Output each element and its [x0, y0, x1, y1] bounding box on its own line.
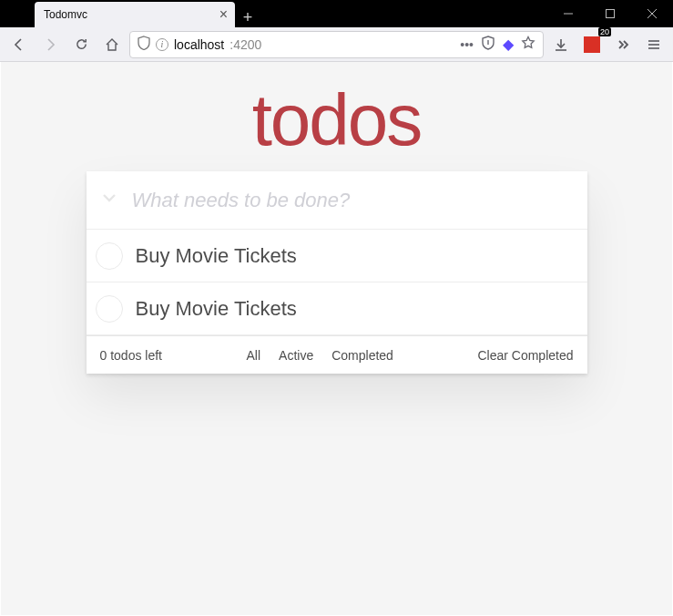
- tab-strip: Todomvc × +: [0, 0, 547, 27]
- new-todo-row: [87, 171, 587, 230]
- minimize-button[interactable]: [547, 0, 589, 27]
- new-tab-button[interactable]: +: [235, 8, 260, 27]
- todo-label: Buy Movie Tickets: [136, 244, 573, 268]
- todo-item[interactable]: Buy Movie Tickets: [87, 282, 587, 335]
- todo-label: Buy Movie Tickets: [136, 297, 573, 321]
- page-actions: ••• ◆: [460, 36, 535, 53]
- filter-completed[interactable]: Completed: [331, 348, 393, 363]
- todo-item[interactable]: Buy Movie Tickets: [87, 230, 587, 282]
- address-bar[interactable]: i localhost:4200 ••• ◆: [129, 31, 544, 58]
- new-todo-input[interactable]: [132, 189, 587, 212]
- filter-list: All Active Completed: [162, 348, 477, 363]
- todo-checkbox[interactable]: [96, 295, 123, 323]
- extension-badge-count: 20: [598, 27, 611, 36]
- extension-icon: [584, 36, 600, 53]
- close-tab-icon[interactable]: ×: [219, 7, 228, 22]
- tab-title: Todomvc: [44, 8, 212, 21]
- pocket-icon[interactable]: ◆: [503, 36, 514, 53]
- tracking-shield-icon[interactable]: [138, 36, 150, 53]
- maximize-button[interactable]: [589, 0, 631, 27]
- site-info-icon[interactable]: i: [156, 38, 168, 51]
- filter-active[interactable]: Active: [279, 348, 313, 363]
- toggle-all-chevron-icon[interactable]: [87, 189, 132, 212]
- browser-toolbar: i localhost:4200 ••• ◆ 20: [0, 27, 673, 62]
- url-host: localhost: [174, 37, 224, 52]
- extension-badge[interactable]: 20: [578, 31, 606, 58]
- todo-list: Buy Movie Tickets Buy Movie Tickets: [87, 230, 587, 335]
- filter-all[interactable]: All: [247, 348, 261, 363]
- url-port: :4200: [229, 37, 261, 52]
- todo-count: 0 todos left: [100, 348, 163, 363]
- plus-icon: +: [243, 8, 253, 27]
- svg-rect-1: [607, 10, 615, 18]
- overflow-button[interactable]: [609, 31, 637, 58]
- menu-button[interactable]: [640, 31, 668, 58]
- bookmark-star-icon[interactable]: [521, 36, 535, 53]
- app-title: todos: [1, 62, 672, 171]
- close-window-button[interactable]: [631, 0, 673, 27]
- back-button[interactable]: [5, 31, 33, 58]
- reload-button[interactable]: [67, 31, 95, 58]
- todo-app: Buy Movie Tickets Buy Movie Tickets 0 to…: [87, 171, 587, 374]
- window-titlebar: Todomvc × +: [0, 0, 673, 27]
- todo-checkbox[interactable]: [96, 242, 123, 270]
- reader-mode-icon[interactable]: [481, 36, 495, 53]
- window-controls: [547, 0, 673, 27]
- page-viewport: todos Buy Movie Tickets Buy Movie Ticket…: [0, 62, 673, 616]
- browser-tab[interactable]: Todomvc ×: [35, 2, 235, 27]
- clear-completed-button[interactable]: Clear Completed: [477, 348, 573, 363]
- todo-footer: 0 todos left All Active Completed Clear …: [87, 335, 587, 374]
- home-button[interactable]: [98, 31, 126, 58]
- downloads-button[interactable]: [547, 31, 575, 58]
- more-page-actions-icon[interactable]: •••: [460, 37, 474, 52]
- forward-button[interactable]: [36, 31, 64, 58]
